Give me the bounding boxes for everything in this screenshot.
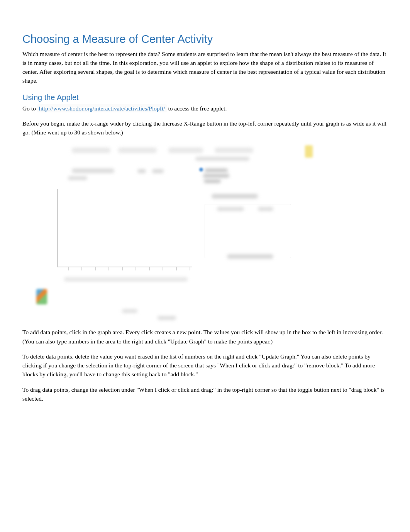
- add-rest: click in the graph area. Every click cre…: [22, 329, 383, 344]
- intro-paragraph: Which measure of center is the best to r…: [22, 49, 388, 85]
- add-points-paragraph: To add data points, click in the graph a…: [22, 328, 388, 346]
- applet-link[interactable]: http://www.shodor.org/interactivate/acti…: [39, 105, 165, 112]
- section-heading-applet: Using the Applet: [22, 92, 388, 103]
- delete-rest: delete the value you want erased in the …: [22, 353, 375, 378]
- drag-points-paragraph: To drag data points, change the selectio…: [22, 385, 388, 403]
- drag-lead: To drag data points,: [22, 386, 70, 393]
- goto-paragraph: Go to http://www.shodor.org/interactivat…: [22, 104, 388, 113]
- add-lead: To add data points,: [22, 329, 68, 335]
- delete-points-paragraph: To delete data points, delete the value …: [22, 352, 388, 379]
- drag-rest: change the selection under "When I click…: [22, 386, 385, 402]
- page-title: Choosing a Measure of Center Activity: [22, 31, 388, 48]
- applet-screenshot: [29, 143, 315, 321]
- goto-suffix: to access the free applet.: [167, 105, 227, 112]
- goto-prefix: Go to: [22, 105, 37, 112]
- before-begin-paragraph: Before you begin, make the x-range wider…: [22, 119, 388, 137]
- delete-lead: To delete data points,: [22, 353, 73, 360]
